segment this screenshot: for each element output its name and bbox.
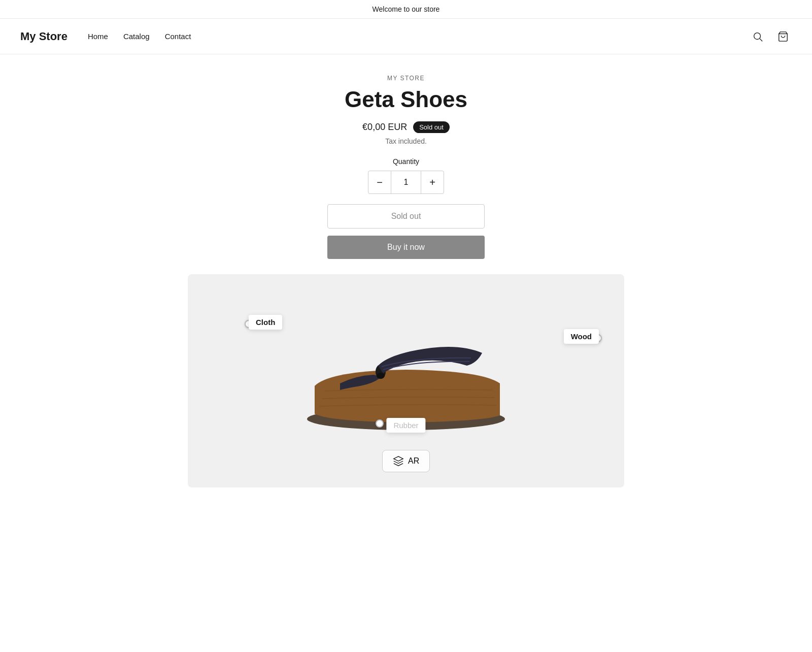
nav-contact[interactable]: Contact [165,32,191,41]
product-info: MY STORE Geta Shoes €0,00 EUR Sold out T… [188,75,624,259]
announcement-bar: Welcome to our store [0,0,812,19]
product-brand: MY STORE [188,75,624,82]
header: My Store Home Catalog Contact [0,19,812,54]
product-title: Geta Shoes [188,87,624,112]
rubber-annotation: Rubber [386,418,425,433]
ar-label: AR [408,457,419,466]
header-icons [749,28,792,45]
announcement-text: Welcome to our store [373,5,440,13]
nav-home[interactable]: Home [88,32,108,41]
quantity-box: − 1 + [368,171,444,194]
quantity-value: 1 [391,171,421,193]
search-button[interactable] [749,28,766,45]
tax-note: Tax included. [188,137,624,145]
svg-point-0 [754,32,761,39]
store-logo[interactable]: My Store [20,30,67,43]
cart-icon [777,31,789,42]
sold-out-button: Sold out [327,204,485,229]
quantity-decrease-button[interactable]: − [368,171,391,193]
main-content: MY STORE Geta Shoes €0,00 EUR Sold out T… [178,54,634,508]
product-price: €0,00 EUR [362,122,407,133]
product-image-section: Cloth Wood Rubber AR [188,274,624,487]
svg-line-1 [760,39,762,41]
ar-button[interactable]: AR [382,450,430,472]
quantity-label: Quantity [188,157,624,166]
wood-annotation: Wood [564,329,599,344]
price-row: €0,00 EUR Sold out [188,121,624,133]
ar-icon [393,455,404,467]
quantity-increase-button[interactable]: + [421,171,444,193]
quantity-control: − 1 + [188,171,624,194]
search-icon [752,31,763,42]
svg-point-5 [377,373,385,379]
main-nav: Home Catalog Contact [88,32,749,41]
cart-button[interactable] [774,28,792,45]
buy-it-now-button[interactable]: Buy it now [327,236,485,259]
cloth-annotation: Cloth [249,315,282,330]
sold-out-badge: Sold out [413,121,450,133]
nav-catalog[interactable]: Catalog [123,32,150,41]
rubber-annotation-dot [376,419,384,428]
